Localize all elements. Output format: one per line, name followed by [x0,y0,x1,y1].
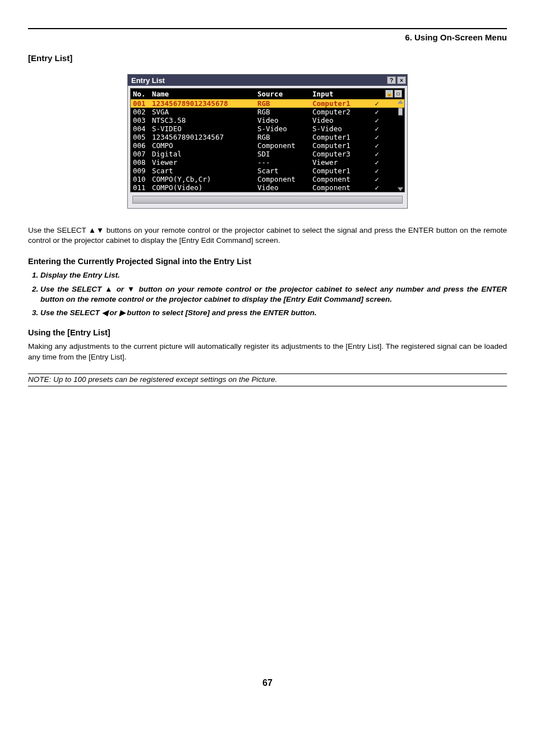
step-item: Use the SELECT ◀ or ▶ button to select [… [40,308,507,318]
lock-icon[interactable]: 🔒 [385,90,393,98]
table-rows: 001123456789012345678RGBComputer1✓002SVG… [131,99,404,192]
page-number: 67 [28,678,507,688]
table-row[interactable]: 001123456789012345678RGBComputer1✓ [131,99,404,108]
paragraph: Making any adjustments to the current pi… [28,342,507,362]
cell-no: 003 [133,116,152,125]
cell-name: 12345678901234567 [152,133,257,141]
cell-input: Computer1 [312,141,368,150]
cell-name: COMPO(Video) [152,183,257,192]
chapter-title: 6. Using On-Screen Menu [28,33,507,42]
check-icon: ✓ [368,150,385,158]
cell-input: Component [312,175,368,183]
window-bottom-bar [132,196,403,204]
subheading-entering: Entering the Currently Projected Signal … [28,257,507,266]
table-row[interactable]: 00512345678901234567RGBComputer1✓ [131,133,404,141]
cell-source: SDI [257,150,312,158]
check-icon: ✓ [368,133,385,141]
check-icon: ✓ [368,158,385,167]
cell-input: Video [312,116,368,125]
check-icon: ✓ [368,108,385,116]
col-source: Source [257,90,312,98]
entry-table: No. Name Source Input 🔒 ◻ 00112345678901… [130,88,405,192]
col-input: Input [312,90,368,98]
page: 6. Using On-Screen Menu [Entry List] Ent… [0,0,535,705]
cell-input: Computer2 [312,108,368,116]
cell-no: 007 [133,150,152,158]
cell-source: Component [257,175,312,183]
cell-source: Video [257,183,312,192]
cell-name: SVGA [152,108,257,116]
help-icon[interactable]: ? [387,76,396,84]
cell-no: 006 [133,141,152,150]
cell-name: COMPO(Y,Cb,Cr) [152,175,257,183]
check-icon: ✓ [368,175,385,183]
step-item: Display the Entry List. [40,270,507,280]
table-header: No. Name Source Input 🔒 ◻ [131,89,404,99]
cell-input: Computer3 [312,150,368,158]
table-row[interactable]: 006COMPOComponentComputer1✓ [131,141,404,150]
scrollbar[interactable] [398,100,403,191]
table-row[interactable]: 003NTSC3.58VideoVideo✓ [131,116,404,125]
note-text: NOTE: Up to 100 presets can be registere… [28,375,507,384]
cell-name: Scart [152,167,257,175]
cell-no: 011 [133,183,152,192]
close-icon[interactable]: × [397,76,406,84]
cell-source: Scart [257,167,312,175]
table-row[interactable]: 009ScartScartComputer1✓ [131,167,404,175]
cell-source: --- [257,158,312,167]
check-icon: ✓ [368,125,385,133]
header-rule [28,28,507,29]
entry-list-window: Entry List ? × No. Name Source Input 🔒 ◻ [127,74,408,209]
cell-source: Video [257,116,312,125]
note-rule [28,386,507,386]
subheading-using: Using the [Entry List] [28,328,507,337]
col-no: No. [133,90,152,98]
cell-input: S-Video [312,125,368,133]
scroll-thumb[interactable] [398,108,403,116]
cell-input: Computer1 [312,133,368,141]
cell-source: RGB [257,133,312,141]
cell-name: S-VIDEO [152,125,257,133]
display-icon[interactable]: ◻ [394,90,402,98]
table-row[interactable]: 007DigitalSDIComputer3✓ [131,150,404,158]
scroll-up-icon[interactable] [398,100,403,104]
section-title: [Entry List] [28,53,507,63]
cell-no: 002 [133,108,152,116]
window-titlebar: Entry List ? × [128,75,407,86]
cell-no: 010 [133,175,152,183]
col-name: Name [152,90,257,98]
cell-name: COMPO [152,141,257,150]
cell-source: S-Video [257,125,312,133]
cell-input: Component [312,183,368,192]
cell-name: 123456789012345678 [152,99,257,108]
check-icon: ✓ [368,141,385,150]
check-icon: ✓ [368,99,385,108]
cell-name: Digital [152,150,257,158]
check-icon: ✓ [368,183,385,192]
table-row[interactable]: 010COMPO(Y,Cb,Cr)ComponentComponent✓ [131,175,404,183]
cell-input: Computer1 [312,99,368,108]
cell-input: Computer1 [312,167,368,175]
table-row[interactable]: 008Viewer---Viewer✓ [131,158,404,167]
steps-list: Display the Entry List. Use the SELECT ▲… [28,270,507,318]
table-row[interactable]: 004S-VIDEOS-VideoS-Video✓ [131,125,404,133]
cell-no: 009 [133,167,152,175]
window-body: No. Name Source Input 🔒 ◻ 00112345678901… [128,86,407,208]
cell-name: Viewer [152,158,257,167]
step-item: Use the SELECT ▲ or ▼ button on your rem… [40,284,507,305]
paragraph: Use the SELECT ▲▼ buttons on your remote… [28,225,507,246]
window-title: Entry List [131,76,165,85]
cell-no: 008 [133,158,152,167]
check-icon: ✓ [368,116,385,125]
table-row[interactable]: 011COMPO(Video)VideoComponent✓ [131,183,404,192]
cell-no: 001 [133,99,152,108]
table-row[interactable]: 002SVGARGBComputer2✓ [131,108,404,116]
note-rule [28,374,507,374]
cell-source: Component [257,141,312,150]
scroll-down-icon[interactable] [398,187,403,191]
cell-source: RGB [257,108,312,116]
check-icon: ✓ [368,167,385,175]
cell-no: 005 [133,133,152,141]
cell-no: 004 [133,125,152,133]
cell-source: RGB [257,99,312,108]
